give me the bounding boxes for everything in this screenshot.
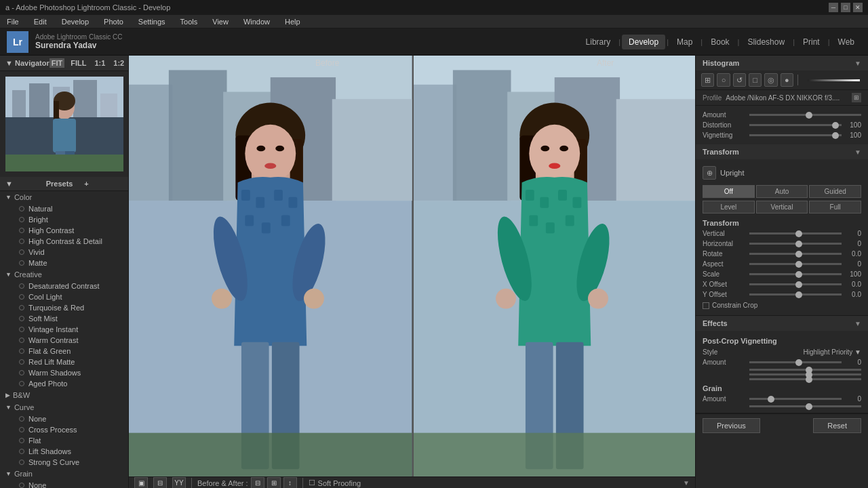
transform-level-btn[interactable]: Level (703, 201, 755, 214)
horizontal-slider[interactable] (749, 243, 842, 245)
menu-help[interactable]: Help (282, 16, 303, 27)
rotate-slider[interactable] (749, 253, 842, 255)
navigator-header[interactable]: ▼ Navigator FIT FILL 1:1 1:2 (0, 56, 128, 71)
minimize-button[interactable]: ─ (829, 3, 838, 12)
adjustment-brush-tool[interactable]: ● (781, 73, 793, 87)
preset-group-creative-header[interactable]: ▼ Creative (0, 268, 128, 281)
spot-removal-tool[interactable]: ○ (717, 73, 730, 87)
effects-slider4-track[interactable] (749, 378, 861, 380)
exposure-quick-slider[interactable] (808, 79, 860, 81)
preset-flat[interactable]: Flat (14, 435, 128, 446)
view-options-btn[interactable]: YY (172, 477, 186, 488)
preset-group-curve-header[interactable]: ▼ Curve (0, 401, 128, 413)
aspect-thumb[interactable] (795, 261, 802, 268)
effects-amount-slider[interactable] (749, 361, 842, 363)
upright-icon[interactable]: ⊕ (703, 166, 716, 180)
histogram-header[interactable]: Histogram ▼ (696, 56, 868, 70)
rotate-thumb[interactable] (795, 251, 802, 258)
preset-desaturated[interactable]: Desaturated Contrast (14, 281, 128, 291)
horizontal-thumb[interactable] (795, 241, 802, 247)
before-after-btn3[interactable]: ↕ (283, 477, 297, 488)
nav-fit-btn[interactable]: FIT (50, 58, 65, 68)
vertical-thumb[interactable] (795, 230, 802, 237)
effects-header[interactable]: Effects ▼ (696, 316, 868, 331)
vignetting-thumb[interactable] (832, 132, 839, 139)
crop-tool[interactable]: ⊞ (701, 73, 714, 87)
view-split-btn[interactable]: ⊟ (153, 477, 167, 488)
yoffset-thumb[interactable] (795, 291, 802, 298)
effects-slider2-track[interactable] (749, 369, 861, 371)
graduated-filter-tool[interactable]: □ (749, 73, 762, 87)
menu-develop[interactable]: Develop (59, 16, 92, 27)
nav-map[interactable]: Map (670, 35, 699, 49)
nav-fill-btn[interactable]: FILL (68, 58, 88, 68)
preset-lift-shadows[interactable]: Lift Shadows (14, 446, 128, 457)
grain-slider2-track[interactable] (749, 405, 861, 407)
amount-slider[interactable] (749, 114, 861, 116)
preset-curve-none[interactable]: None (14, 413, 128, 424)
menu-tools[interactable]: Tools (178, 16, 201, 27)
menu-edit[interactable]: Edit (31, 16, 50, 27)
nav-library[interactable]: Library (579, 35, 618, 49)
add-preset-button[interactable]: + (84, 180, 123, 188)
grain-slider2-thumb[interactable] (806, 403, 812, 410)
nav-slideshow[interactable]: Slideshow (741, 35, 791, 49)
scale-thumb[interactable] (795, 271, 802, 278)
menu-settings[interactable]: Settings (136, 16, 168, 27)
menu-file[interactable]: File (4, 16, 22, 27)
nav-1to1-btn[interactable]: 1:1 (92, 58, 107, 68)
grain-amount-slider[interactable] (749, 398, 842, 400)
preset-soft-mist[interactable]: Soft Mist (14, 313, 128, 324)
distortion-slider[interactable] (749, 124, 842, 126)
maximize-button[interactable]: □ (841, 3, 850, 12)
transform-auto-btn[interactable]: Auto (756, 185, 808, 198)
soft-proofing-toggle[interactable]: ☐ Soft Proofing (309, 479, 361, 487)
preset-flat-green[interactable]: Flat & Green (14, 346, 128, 357)
vignetting-slider[interactable] (749, 134, 842, 136)
preset-warm-shadows[interactable]: Warm Shadows (14, 367, 128, 378)
nav-develop[interactable]: Develop (622, 35, 665, 49)
nav-1to2-btn[interactable]: 1:2 (111, 58, 126, 68)
before-after-btn2[interactable]: ⊞ (267, 477, 281, 488)
yoffset-slider[interactable] (749, 293, 842, 296)
vertical-slider[interactable] (749, 232, 842, 235)
preset-vivid[interactable]: Vivid (14, 247, 128, 258)
nav-web[interactable]: Web (831, 35, 861, 49)
preset-warm-contrast[interactable]: Warm Contrast (14, 335, 128, 346)
menu-view[interactable]: View (210, 16, 231, 27)
nav-book[interactable]: Book (704, 35, 736, 49)
toolbar-right-dropdown[interactable]: ▼ (683, 479, 690, 487)
reset-button[interactable]: Reset (813, 418, 861, 433)
grain-amount-thumb[interactable] (768, 396, 774, 403)
close-button[interactable]: ✕ (853, 3, 863, 12)
previous-button[interactable]: Previous (703, 418, 760, 433)
transform-vertical-btn[interactable]: Vertical (756, 201, 808, 214)
amount-thumb[interactable] (806, 112, 812, 119)
view-single-btn[interactable]: ▣ (134, 477, 148, 488)
aspect-slider[interactable] (749, 263, 842, 265)
preset-group-bw-header[interactable]: ▶ B&W (0, 389, 128, 401)
xoffset-thumb[interactable] (795, 281, 802, 288)
preset-group-grain-header[interactable]: ▼ Grain (0, 468, 128, 480)
preset-strong-s[interactable]: Strong S Curve (14, 457, 128, 468)
preset-grain-none[interactable]: None (14, 480, 128, 488)
before-after-btn1[interactable]: ⊟ (251, 477, 264, 488)
transform-header[interactable]: Transform ▼ (696, 144, 868, 159)
nav-print[interactable]: Print (796, 35, 827, 49)
preset-high-contrast-detail[interactable]: High Contrast & Detail (14, 236, 128, 247)
constrain-crop-checkbox[interactable] (703, 302, 709, 309)
effects-slider3-track[interactable] (749, 373, 861, 375)
transform-full-btn[interactable]: Full (809, 201, 861, 214)
menu-window[interactable]: Window (241, 16, 273, 27)
effects-amount-thumb[interactable] (795, 359, 802, 366)
xoffset-slider[interactable] (749, 283, 842, 285)
radial-filter-tool[interactable]: ◎ (764, 73, 777, 87)
preset-vintage-instant[interactable]: Vintage Instant (14, 324, 128, 335)
presets-header[interactable]: ▼ Presets + (0, 177, 128, 191)
preset-natural[interactable]: Natural (14, 203, 128, 214)
preset-turquoise-red[interactable]: Turquoise & Red (14, 302, 128, 313)
preset-bright[interactable]: Bright (14, 214, 128, 225)
menu-photo[interactable]: Photo (101, 16, 126, 27)
preset-cross-process[interactable]: Cross Process (14, 424, 128, 435)
transform-off-btn[interactable]: Off (703, 185, 755, 198)
